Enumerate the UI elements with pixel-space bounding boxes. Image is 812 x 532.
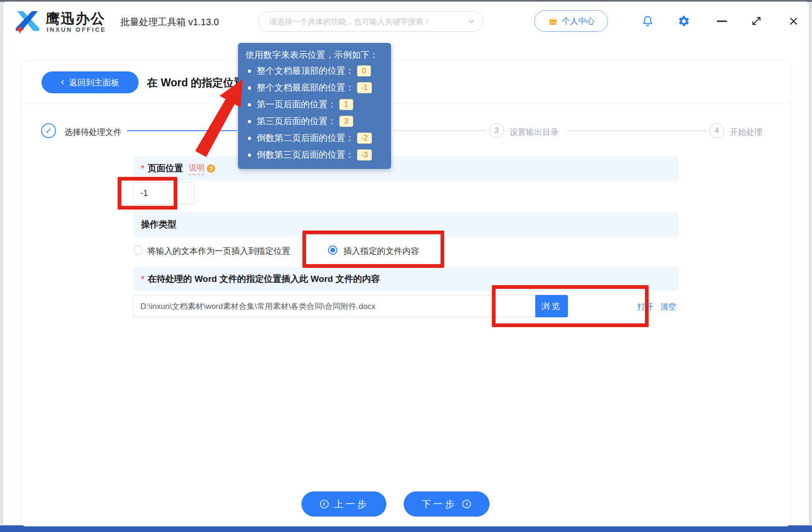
tooltip-item-value: 1 <box>339 99 353 110</box>
screen: 鹰迅办公 INXUN OFFICE 批量处理工具箱 v1.13.0 个人中心 ‹… <box>0 0 812 532</box>
tooltip-item-text: 倒数第三页后面的位置： <box>257 149 354 161</box>
tooltip-item-value: 3 <box>339 116 353 127</box>
step1-circle: ✓ <box>41 123 56 138</box>
next-step-label: 下一步 <box>422 498 457 511</box>
step-connector <box>393 130 486 131</box>
radio-insert-text[interactable] <box>133 245 143 255</box>
chevron-down-icon <box>467 17 476 26</box>
bullet-icon <box>248 70 251 73</box>
desktop-taskbar-strip <box>0 525 812 532</box>
prev-step-label: 上一步 <box>334 498 369 511</box>
bullet-icon <box>248 103 251 106</box>
close-button[interactable] <box>788 15 799 27</box>
browse-button[interactable]: 浏览 <box>535 295 568 317</box>
step3-label: 设置输出目录 <box>510 126 559 138</box>
maximize-button[interactable] <box>750 15 763 27</box>
tooltip-item-value: -3 <box>357 149 372 161</box>
brand-name: 鹰迅办公 <box>46 9 105 28</box>
tooltip-item: 倒数第二页后面的位置： -2 <box>245 131 385 145</box>
step-connector-active <box>127 130 237 131</box>
chevron-left-icon: ‹ <box>61 77 64 87</box>
page-position-input[interactable] <box>133 182 195 204</box>
bullet-icon <box>248 86 251 90</box>
file-path-input[interactable] <box>133 295 535 317</box>
back-to-dashboard-button[interactable]: ‹ 返回到主面板 <box>42 71 139 93</box>
app-title: 批量处理工具箱 v1.13.0 <box>120 16 219 28</box>
clear-link[interactable]: 清空 <box>660 301 676 312</box>
bullet-icon <box>248 120 251 123</box>
notifications-bell-icon[interactable] <box>642 14 654 28</box>
tooltip-item-text: 整个文档最底部的位置： <box>257 82 354 94</box>
step4-number: 4 <box>715 126 719 135</box>
tooltip-item: 整个文档最顶部的位置： 0 <box>245 64 385 78</box>
tooltip-title: 使用数字来表示位置，示例如下： <box>245 49 385 61</box>
user-center-label: 个人中心 <box>562 15 595 27</box>
open-link[interactable]: 打开 <box>637 301 653 312</box>
step3-circle: 3 <box>489 123 504 138</box>
brand-name-en: INXUN OFFICE <box>47 26 106 33</box>
help-link[interactable]: 说明 <box>189 162 204 175</box>
operation-type-label: 操作类型 <box>141 218 176 231</box>
page-position-section-header: * 页面位置 说明 ? <box>133 156 679 181</box>
tooltip-item-text: 整个文档最顶部的位置： <box>257 65 354 77</box>
function-search-select[interactable] <box>258 11 483 32</box>
check-icon: ✓ <box>45 126 52 136</box>
tooltip-item-text: 倒数第二页后面的位置： <box>257 132 354 144</box>
step3-number: 3 <box>495 126 499 135</box>
step-connector <box>567 130 707 131</box>
tooltip-item: 第三页后面的位置： 3 <box>245 114 385 128</box>
step4-circle: 4 <box>709 123 724 138</box>
insert-file-section-header: * 在待处理的 Word 文件的指定位置插入此 Word 文件的内容 <box>133 267 679 291</box>
insert-file-label: 在待处理的 Word 文件的指定位置插入此 Word 文件的内容 <box>147 273 380 285</box>
circle-chevron-left-icon <box>319 499 329 509</box>
next-step-button[interactable]: 下一步 <box>404 491 490 517</box>
tooltip-item: 倒数第三页后面的位置： -3 <box>245 148 385 162</box>
tooltip-item: 整个文档最底部的位置： -1 <box>245 81 385 95</box>
question-mark-icon[interactable]: ? <box>207 164 215 173</box>
bullet-icon <box>248 137 251 140</box>
app-logo <box>13 7 42 35</box>
tooltip-item-text: 第三页后面的位置： <box>257 115 336 127</box>
divider <box>21 104 791 104</box>
tooltip-item-value: -2 <box>357 133 372 144</box>
tooltip-item: 第一页后面的位置： 1 <box>245 98 385 112</box>
position-help-tooltip: 使用数字来表示位置，示例如下： 整个文档最顶部的位置： 0 整个文档最底部的位置… <box>238 43 391 169</box>
tooltip-item-value: -1 <box>357 82 372 93</box>
user-center-button[interactable]: 个人中心 <box>534 10 608 32</box>
step4-label: 开始处理 <box>730 126 763 138</box>
radio-insert-file-label[interactable]: 插入指定的文件内容 <box>343 245 419 257</box>
operation-type-section-header: 操作类型 <box>133 212 679 237</box>
bullet-icon <box>248 154 251 157</box>
tooltip-item-value: 0 <box>357 65 371 77</box>
back-button-label: 返回到主面板 <box>69 77 119 88</box>
minimize-button[interactable] <box>717 21 727 22</box>
crown-icon <box>548 17 558 25</box>
circle-chevron-right-icon <box>462 499 472 509</box>
page-position-label: 页面位置 <box>147 162 183 175</box>
required-mark: * <box>141 274 144 284</box>
settings-gear-icon[interactable] <box>678 15 690 28</box>
radio-insert-file[interactable] <box>328 245 337 255</box>
required-mark: * <box>141 163 144 174</box>
search-input[interactable] <box>268 17 467 27</box>
tooltip-item-text: 第一页后面的位置： <box>257 98 336 111</box>
step1-label: 选择待处理文件 <box>64 126 122 138</box>
radio-insert-text-label[interactable]: 将输入的文本作为一页插入到指定位置 <box>147 245 290 257</box>
prev-step-button[interactable]: 上一步 <box>301 491 386 517</box>
